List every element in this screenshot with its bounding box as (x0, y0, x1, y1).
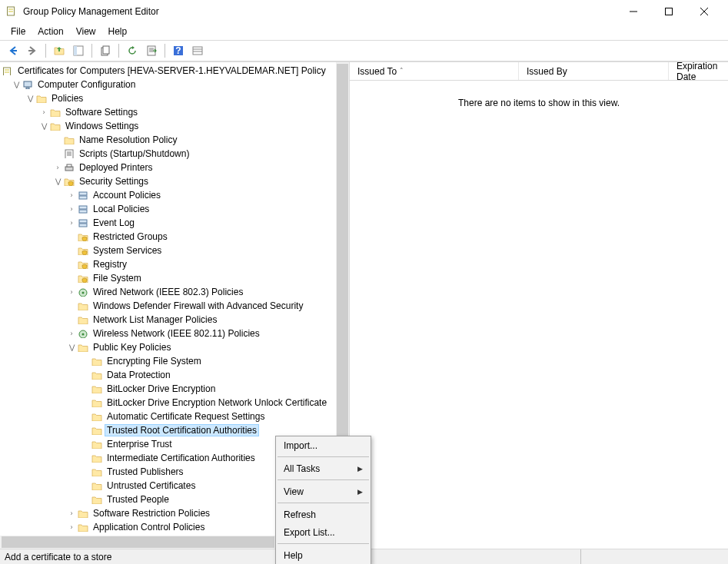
ctx-import[interactable]: Import... (276, 436, 371, 454)
shield-folder-icon (77, 272, 89, 284)
status-pane-3 (581, 549, 723, 564)
shield-folder-icon (77, 244, 89, 257)
expand-icon[interactable]: › (66, 205, 77, 213)
server-icon (77, 189, 89, 201)
tree-name-resolution[interactable]: Name Resolution Policy (0, 133, 336, 147)
svg-rect-24 (103, 46, 109, 54)
document-icon (63, 148, 75, 160)
folder-icon (77, 300, 89, 312)
tree-deployed-printers[interactable]: › Deployed Printers (0, 161, 336, 174)
folder-icon (91, 396, 103, 409)
tree-bitlocker[interactable]: BitLocker Drive Encryption (0, 382, 336, 396)
tree-wired-network[interactable]: ›Wired Network (IEEE 802.3) Policies (0, 285, 336, 299)
menu-view[interactable]: View (70, 25, 102, 38)
maximize-button[interactable] (651, 0, 686, 23)
context-menu: Import... All Tasks▶ View▶ Refresh Expor… (275, 436, 371, 564)
tree-data-protection[interactable]: Data Protection (0, 368, 336, 382)
ctx-export-list[interactable]: Export List... (276, 523, 371, 541)
forward-button[interactable] (24, 42, 41, 59)
tree-event-log[interactable]: ›Event Log (0, 216, 336, 230)
export-button[interactable] (143, 42, 160, 59)
empty-list-message: There are no items to show in this view. (350, 81, 728, 108)
menu-file[interactable]: File (5, 25, 32, 38)
menu-action[interactable]: Action (32, 25, 69, 38)
filter-button[interactable] (189, 42, 206, 59)
toolbar: ? (0, 40, 728, 61)
folder-icon (77, 521, 89, 533)
shield-folder-icon (77, 231, 89, 243)
tree-efs[interactable]: Encrypting File System (0, 354, 336, 368)
ctx-all-tasks[interactable]: All Tasks▶ (276, 459, 371, 477)
folder-icon (63, 134, 75, 146)
svg-rect-27 (193, 47, 202, 55)
folder-icon (77, 507, 89, 519)
menu-help[interactable]: Help (102, 25, 134, 38)
tree-policies[interactable]: ⋁ Policies (0, 91, 336, 105)
folder-icon (91, 355, 103, 367)
status-text: Add a certificate to a store (5, 549, 278, 564)
expand-icon[interactable]: › (66, 288, 77, 296)
tree-security-settings[interactable]: ⋁ Security Settings (0, 174, 336, 188)
tree-auto-cert[interactable]: Automatic Certificate Request Settings (0, 410, 336, 423)
gpo-icon (2, 65, 14, 77)
tree-account-policies[interactable]: ›Account Policies (0, 188, 336, 202)
ctx-separator (278, 456, 369, 457)
tree-bitlocker-unlock[interactable]: BitLocker Drive Encryption Network Unloc… (0, 396, 336, 410)
tree-restricted-groups[interactable]: Restricted Groups (0, 230, 336, 244)
tree-windows-settings[interactable]: ⋁ Windows Settings (0, 119, 336, 133)
back-button[interactable] (5, 42, 22, 59)
close-button[interactable] (686, 0, 722, 23)
expand-icon[interactable]: › (66, 523, 77, 531)
expand-icon[interactable]: › (66, 330, 77, 337)
app-icon (6, 5, 18, 18)
svg-rect-22 (74, 46, 77, 55)
col-issued-by[interactable]: Issued By (519, 62, 669, 80)
tree-root[interactable]: Certificates for Computers [HEVA-SERVER-… (0, 64, 336, 78)
tree-system-services[interactable]: System Services (0, 244, 336, 257)
collapse-icon[interactable]: ⋁ (11, 81, 22, 88)
expand-icon[interactable]: › (66, 191, 77, 199)
copy-button[interactable] (97, 42, 114, 59)
tree-scripts[interactable]: Scripts (Startup/Shutdown) (0, 147, 336, 161)
col-issued-to[interactable]: Issued To (350, 62, 519, 80)
server-icon (77, 203, 89, 215)
window-title: Group Policy Management Editor (23, 6, 616, 17)
tree-software-settings[interactable]: › Software Settings (0, 105, 336, 119)
expand-icon[interactable]: › (66, 219, 77, 227)
titlebar: Group Policy Management Editor (0, 0, 728, 23)
expand-icon[interactable]: › (66, 509, 77, 517)
tree-computer-config[interactable]: ⋁ Computer Configuration (0, 78, 336, 91)
expand-icon[interactable]: › (38, 108, 49, 116)
tree-public-key-policies[interactable]: ⋁ Public Key Policies (0, 340, 336, 354)
folder-icon (49, 106, 61, 118)
tree-local-policies[interactable]: ›Local Policies (0, 202, 336, 216)
up-button[interactable] (51, 42, 68, 59)
server-icon (77, 217, 89, 229)
col-expiration-date[interactable]: Expiration Date (669, 62, 728, 80)
tree-registry[interactable]: Registry (0, 257, 336, 271)
ctx-separator (278, 479, 369, 480)
tree-network-list[interactable]: Network List Manager Policies (0, 313, 336, 327)
collapse-icon[interactable]: ⋁ (66, 343, 77, 351)
ctx-view[interactable]: View▶ (276, 483, 371, 500)
printer-icon (63, 161, 75, 174)
collapse-icon[interactable]: ⋁ (38, 122, 49, 130)
network-icon (77, 327, 89, 340)
tree-wireless-network[interactable]: ›Wireless Network (IEEE 802.11) Policies (0, 327, 336, 340)
ctx-refresh[interactable]: Refresh (276, 506, 371, 523)
show-hide-tree-button[interactable] (70, 42, 87, 59)
ctx-separator (278, 543, 369, 544)
tree-file-system[interactable]: File System (0, 271, 336, 285)
expand-icon[interactable]: › (52, 164, 63, 171)
ctx-help[interactable]: Help (276, 546, 371, 564)
help-button[interactable]: ? (170, 42, 187, 59)
details-pane: Issued To Issued By Expiration Date Ther… (350, 62, 728, 549)
column-headers: Issued To Issued By Expiration Date (350, 62, 728, 81)
folder-icon (77, 314, 89, 326)
minimize-button[interactable] (616, 0, 651, 23)
refresh-button[interactable] (124, 42, 141, 59)
svg-rect-16 (666, 8, 673, 15)
collapse-icon[interactable]: ⋁ (52, 177, 63, 185)
collapse-icon[interactable]: ⋁ (25, 95, 35, 102)
tree-firewall[interactable]: Windows Defender Firewall with Advanced … (0, 299, 336, 313)
